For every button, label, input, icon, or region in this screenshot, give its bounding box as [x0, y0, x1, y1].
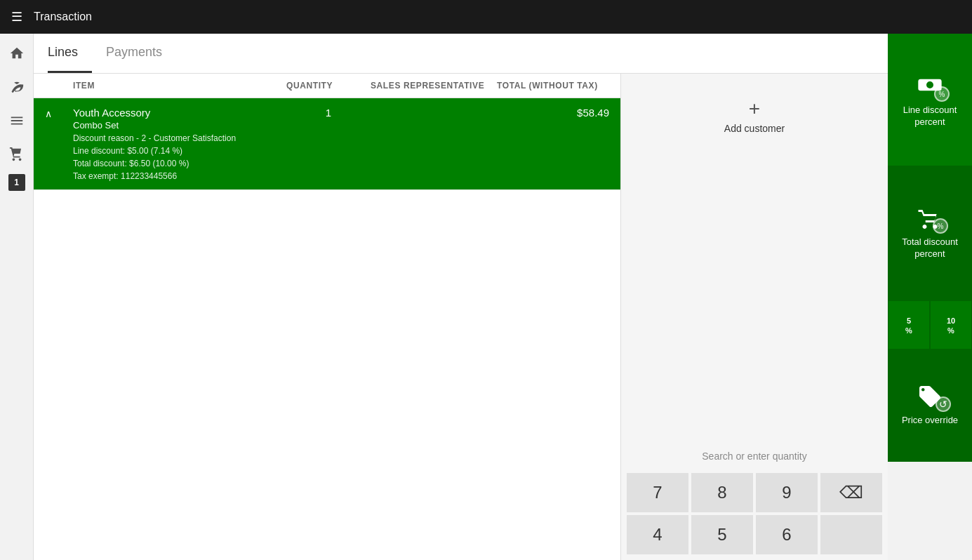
column-item: ITEM — [73, 81, 286, 91]
table-row[interactable]: ∧ Youth Accessory Combo Set Discount rea… — [34, 98, 620, 190]
sidebar-count-badge: 1 — [8, 174, 25, 191]
tab-lines[interactable]: Lines — [48, 34, 92, 73]
column-quantity: QUANTITY — [286, 81, 371, 91]
lines-section: ITEM QUANTITY SALES REPRESENTATIVE TOTAL… — [34, 74, 888, 560]
numpad-9[interactable]: 9 — [756, 473, 818, 512]
sidebar-menu-icon[interactable] — [3, 107, 31, 135]
numpad-backspace[interactable]: ⌫ — [820, 473, 882, 512]
add-icon: + — [749, 98, 760, 120]
transaction-list: ITEM QUANTITY SALES REPRESENTATIVE TOTAL… — [34, 74, 621, 560]
action-panel: % Line discount percent % Total discount… — [888, 34, 972, 560]
10-percent-symbol: % — [947, 326, 954, 335]
10-percent-button[interactable]: 10 % — [930, 300, 972, 349]
tab-payments[interactable]: Payments — [106, 34, 176, 73]
numpad-8[interactable]: 8 — [691, 473, 753, 512]
content-area: Lines Payments ITEM QUANTITY SALES REPRE… — [34, 34, 888, 560]
total-discount-info: Total discount: $6.50 (10.00 %) — [73, 159, 286, 168]
total-discount-percent-button[interactable]: % Total discount percent — [888, 167, 972, 300]
numpad: 7 8 9 ⌫ 4 5 6 — [621, 467, 888, 560]
total-discount-label: Total discount percent — [893, 236, 966, 260]
numpad-7[interactable]: 7 — [627, 473, 688, 512]
numpad-plus[interactable] — [820, 515, 882, 554]
line-discount-icon: % — [916, 71, 944, 99]
column-sales-rep: SALES REPRESENTATIVE — [371, 81, 497, 91]
right-panel: + Add customer Search or enter quantity … — [621, 74, 888, 560]
tabs: Lines Payments — [34, 34, 888, 74]
table-header: ITEM QUANTITY SALES REPRESENTATIVE TOTAL… — [34, 74, 620, 98]
item-total: $58.49 — [497, 107, 609, 119]
price-override-label: Price override — [902, 415, 958, 427]
add-customer-label: Add customer — [724, 123, 785, 134]
sidebar-products-icon[interactable] — [3, 73, 31, 101]
line-discount-label: Line discount percent — [893, 105, 966, 128]
total-discount-icon: % — [917, 206, 943, 231]
price-override-icon: ↺ — [917, 384, 943, 409]
price-override-clock-badge: ↺ — [936, 396, 951, 412]
small-action-buttons-row: 5 % 10 % — [888, 300, 972, 349]
line-discount-percent-button[interactable]: % Line discount percent — [888, 34, 972, 167]
sidebar-home-icon[interactable] — [3, 39, 31, 67]
line-discount-info: Line discount: $5.00 (7.14 %) — [73, 146, 286, 156]
tax-exempt-info: Tax exempt: 112233445566 — [73, 171, 286, 181]
numpad-6[interactable]: 6 — [756, 515, 818, 554]
item-quantity: 1 — [286, 107, 371, 119]
hamburger-menu-icon[interactable]: ☰ — [11, 9, 22, 25]
column-total: TOTAL (WITHOUT TAX) — [497, 81, 609, 91]
chevron-icon: ∧ — [45, 107, 73, 119]
left-sidebar: 1 — [0, 34, 34, 560]
5-percent-button[interactable]: 5 % — [888, 300, 930, 349]
add-customer-button[interactable]: + Add customer — [621, 74, 888, 158]
percent-badge: % — [934, 86, 950, 102]
main-layout: 1 Lines Payments ITEM QUANTITY SALES REP… — [0, 34, 972, 560]
discount-reason: Discount reason - 2 - Customer Satisfact… — [73, 133, 286, 143]
numpad-5[interactable]: 5 — [691, 515, 753, 554]
10-percent-value: 10 — [947, 316, 955, 325]
numpad-4[interactable]: 4 — [627, 515, 688, 554]
sidebar-cart-icon[interactable] — [3, 140, 31, 168]
search-label: Search or enter quantity — [621, 445, 888, 467]
5-percent-symbol: % — [905, 326, 912, 335]
item-name: Youth Accessory — [73, 107, 286, 119]
5-percent-value: 5 — [907, 316, 911, 325]
topbar: ☰ Transaction — [0, 0, 972, 34]
topbar-title: Transaction — [34, 11, 92, 23]
price-override-button[interactable]: ↺ Price override — [888, 349, 972, 462]
item-details: Youth Accessory Combo Set Discount reaso… — [73, 107, 286, 181]
item-sub: Combo Set — [73, 120, 286, 131]
total-percent-badge: % — [933, 218, 948, 234]
